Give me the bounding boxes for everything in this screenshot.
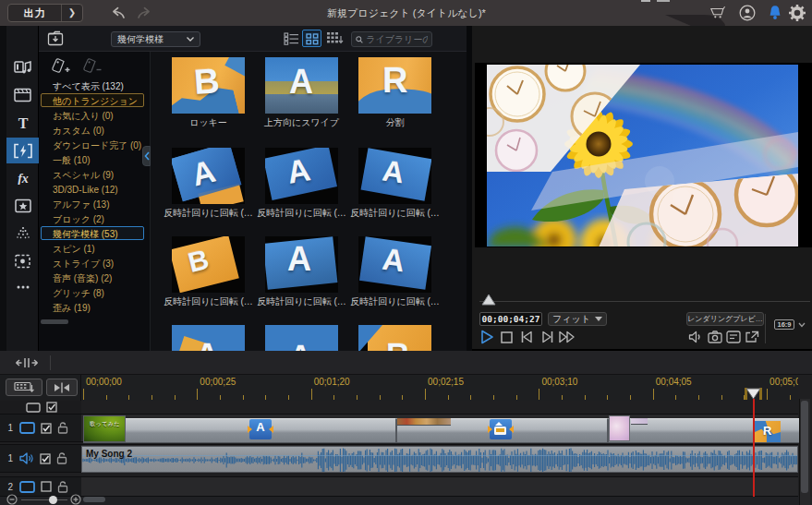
category-dropdown[interactable]: 幾何学模様 — [111, 31, 200, 47]
preview-info-icon[interactable] — [726, 331, 741, 343]
category-item[interactable]: すべて表示 (132) — [41, 78, 144, 92]
category-item[interactable]: ダウンロード完了 (0) — [41, 138, 144, 151]
list-view-icon[interactable] — [284, 32, 299, 45]
media-room-button[interactable] — [6, 54, 39, 80]
category-item[interactable]: 幾何学模様 (53) — [41, 226, 144, 240]
zoom-slider-track[interactable] — [21, 499, 67, 501]
previous-frame-button[interactable] — [520, 331, 535, 343]
category-item[interactable]: 一般 (10) — [41, 152, 144, 166]
aspect-chevron-icon[interactable] — [798, 322, 806, 328]
snap-align-button[interactable] — [46, 379, 78, 396]
category-item[interactable]: カスタム (0) — [41, 123, 144, 137]
transition-item[interactable]: A — [265, 325, 338, 351]
playhead-line[interactable] — [753, 399, 755, 497]
track-enable-checkbox[interactable] — [40, 453, 51, 464]
clip-thumbnail[interactable] — [609, 415, 630, 441]
track-enable-checkbox[interactable] — [41, 481, 52, 492]
track-lane[interactable]: 歌ってみたAR — [81, 414, 798, 442]
timeline-bottom-bar — [0, 497, 812, 505]
transition-label: 反時計回りに回転 (… — [349, 295, 441, 308]
transition-item[interactable]: A — [358, 148, 431, 204]
panel-collapse-tab[interactable] — [142, 146, 151, 166]
transition-item[interactable]: A — [172, 148, 245, 204]
overlay-room-button[interactable] — [6, 82, 39, 108]
settings-gear-icon[interactable] — [789, 5, 806, 21]
export-button[interactable]: 出力 ❯ — [7, 4, 83, 22]
export-chevron-icon[interactable]: ❯ — [61, 5, 82, 21]
category-item[interactable]: お気に入り (0) — [41, 108, 144, 122]
snapshot-camera-icon[interactable] — [708, 331, 722, 343]
timeline-vscrollbar-thumb[interactable] — [801, 401, 808, 493]
category-item[interactable]: スペシャル (9) — [41, 167, 144, 181]
category-item[interactable]: 音声 (音楽) (2) — [41, 271, 144, 284]
transition-item[interactable]: B — [172, 57, 245, 114]
category-item[interactable]: ストライプ (3) — [41, 256, 144, 270]
grid-view-toggle[interactable] — [302, 30, 321, 47]
next-frame-button[interactable] — [539, 331, 554, 343]
audio-clip[interactable]: My Song 2 — [81, 446, 798, 473]
title-room-button[interactable]: T — [6, 110, 39, 136]
store-cart-icon[interactable] — [709, 5, 726, 21]
track-lane[interactable]: My Song 2 — [81, 444, 798, 473]
transition-item[interactable]: A — [265, 236, 338, 293]
redo-icon[interactable] — [137, 6, 153, 19]
particle-room-button[interactable] — [6, 221, 39, 246]
transition-room-button[interactable] — [6, 138, 39, 163]
zoom-in-icon[interactable] — [70, 494, 81, 505]
account-icon[interactable] — [739, 5, 756, 21]
preview-quality-dropdown[interactable]: レンダリングプレビ… — [686, 312, 764, 326]
seek-bar[interactable] — [479, 301, 810, 302]
clip-thumbnail[interactable]: 歌ってみた — [83, 415, 126, 442]
track-lock-icon[interactable] — [56, 452, 67, 464]
track-lock-icon[interactable] — [57, 481, 68, 493]
timecode-display[interactable]: 00;00;04;27 — [479, 312, 542, 326]
seek-handle[interactable] — [481, 295, 496, 306]
timeline-hscrollbar[interactable] — [83, 497, 105, 502]
transition-item[interactable]: A — [265, 57, 338, 114]
play-button[interactable] — [480, 330, 494, 344]
track-lane[interactable] — [81, 476, 798, 497]
track-manager-icon[interactable] — [15, 357, 39, 368]
import-media-icon[interactable] — [47, 30, 64, 46]
transition-item[interactable]: A — [172, 325, 245, 351]
aspect-ratio-badge[interactable]: 16:9 — [774, 319, 794, 330]
fast-forward-button[interactable] — [558, 331, 576, 343]
more-rooms-button[interactable] — [6, 274, 39, 300]
mask-room-button[interactable] — [6, 248, 39, 274]
detach-preview-icon[interactable] — [745, 331, 759, 343]
category-item[interactable]: 3D/3D-Like (12) — [41, 182, 144, 196]
room-rail: Tfx — [6, 26, 39, 351]
notification-bell-icon[interactable] — [767, 5, 783, 21]
small-thumbnail-view-icon[interactable] — [327, 32, 344, 45]
category-item[interactable]: 他のトランジション — [41, 93, 144, 107]
remove-tag-icon[interactable] — [81, 57, 103, 76]
transition-item[interactable]: B — [172, 236, 245, 293]
category-item[interactable]: スピン (1) — [41, 241, 144, 255]
track-lock-icon[interactable] — [57, 422, 68, 434]
enable-column-checkbox[interactable] — [46, 402, 57, 413]
category-item[interactable]: ブロック (2) — [41, 211, 144, 225]
clip-transition-icon[interactable]: R — [755, 421, 781, 442]
undo-icon[interactable] — [109, 6, 126, 19]
category-hscrollbar[interactable] — [41, 319, 68, 324]
video-clip[interactable] — [83, 418, 396, 443]
transition-item[interactable]: R — [358, 325, 431, 351]
category-item[interactable]: アルファ (13) — [41, 197, 144, 210]
timeline-ruler[interactable]: 00;00;0000;00;2500;01;2000;02;1500;03;10… — [81, 375, 798, 401]
zoom-fit-dropdown[interactable]: フィット — [548, 312, 607, 326]
track-enable-checkbox[interactable] — [41, 423, 52, 434]
category-item[interactable]: 歪み (19) — [41, 300, 144, 314]
transition-item[interactable]: R — [358, 57, 431, 114]
add-tag-icon[interactable] — [50, 57, 72, 76]
pip-room-button[interactable] — [6, 193, 39, 219]
library-search-input[interactable]: ライブラリーの… — [351, 31, 432, 47]
category-item[interactable]: グリッチ (8) — [41, 285, 144, 299]
stop-button[interactable] — [501, 331, 513, 343]
transition-item[interactable]: A — [358, 236, 431, 293]
zoom-slider-handle[interactable] — [49, 496, 57, 504]
track-select-button[interactable] — [6, 379, 42, 396]
volume-icon[interactable] — [688, 331, 703, 343]
effect-room-button[interactable]: fx — [6, 165, 39, 191]
zoom-out-icon[interactable] — [6, 494, 18, 505]
transition-item[interactable]: A — [265, 148, 338, 204]
